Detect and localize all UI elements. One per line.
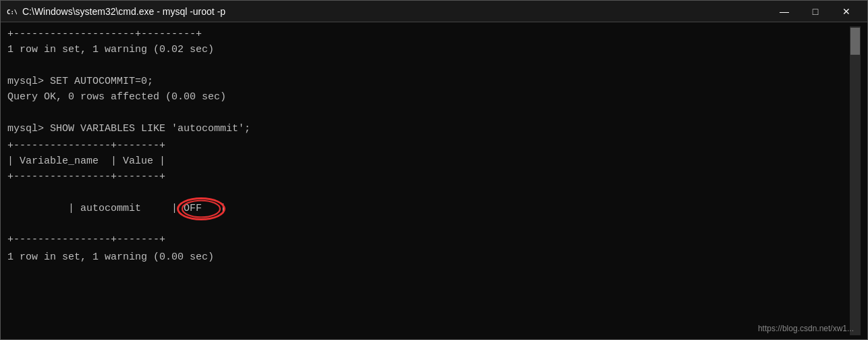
watermark: https://blog.csdn.net/xw1... <box>758 322 854 335</box>
terminal-body: +--------------------+---------+ 1 row i… <box>1 22 867 339</box>
cmd-icon: C:\ <box>6 6 17 17</box>
window-title: C:\Windows\system32\cmd.exe - mysql -uro… <box>22 6 225 17</box>
result-table: +----------------+-------+ | Variable_na… <box>7 138 850 248</box>
scrollbar[interactable] <box>850 26 861 335</box>
cmd-window: C:\ C:\Windows\system32\cmd.exe - mysql … <box>0 0 868 340</box>
table-sep-3: +----------------+-------+ <box>7 232 850 247</box>
row-2-result: 1 row in set, 1 warning (0.00 sec) <box>7 249 850 265</box>
table-sep-1: +----------------+-------+ <box>7 138 850 153</box>
off-value: OFF <box>184 203 202 214</box>
title-bar-left: C:\ C:\Windows\system32\cmd.exe - mysql … <box>6 6 225 17</box>
scrollbar-thumb[interactable] <box>850 28 860 55</box>
close-button[interactable]: ✕ <box>831 3 862 20</box>
blank-line-1 <box>7 58 850 74</box>
terminal-content: +--------------------+---------+ 1 row i… <box>7 26 850 335</box>
table-data-post: | <box>202 203 226 214</box>
table-header: | Variable_name | Value | <box>7 153 850 169</box>
prompt-1: mysql> SET AUTOCOMMIT=0; <box>7 74 850 89</box>
prompt-2: mysql> SHOW VARIABLES LIKE 'autocommit'; <box>7 121 850 137</box>
table-sep-2: +----------------+-------+ <box>7 169 850 185</box>
window-controls: — □ ✕ <box>769 3 862 20</box>
blank-line-2 <box>7 105 850 120</box>
maximize-button[interactable]: □ <box>800 3 831 20</box>
query-ok: Query OK, 0 rows affected (0.00 sec) <box>7 89 850 105</box>
separator-line-1: +--------------------+---------+ <box>7 26 850 42</box>
table-data-pre: | autocommit | <box>68 203 184 214</box>
table-data-row: | autocommit | OFF | <box>7 185 850 233</box>
title-bar: C:\ C:\Windows\system32\cmd.exe - mysql … <box>1 1 867 22</box>
svg-text:C:\: C:\ <box>7 9 17 16</box>
off-value-container: OFF <box>184 201 202 216</box>
minimize-button[interactable]: — <box>769 3 800 20</box>
row-1-result: 1 row in set, 1 warning (0.02 sec) <box>7 42 850 57</box>
